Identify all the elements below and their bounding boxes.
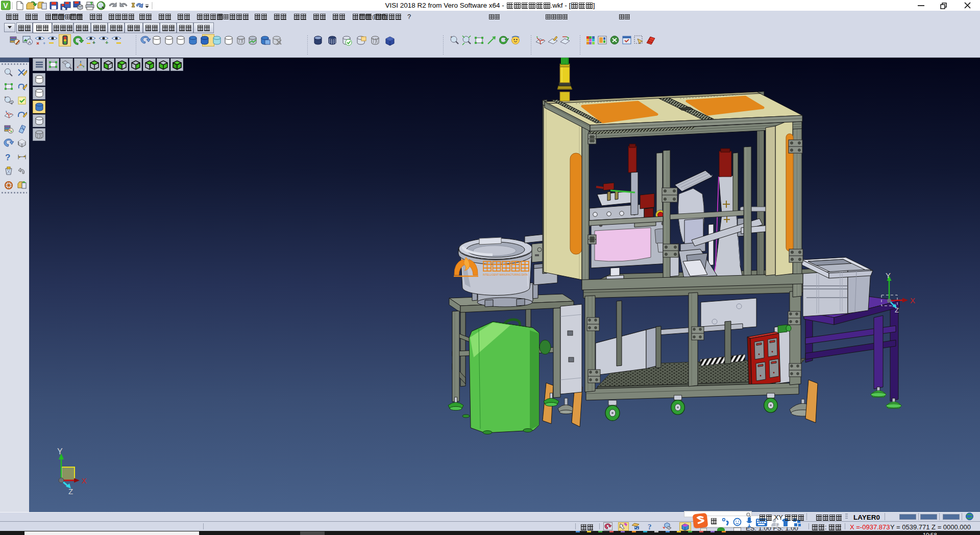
svg-text:INTELLIGENT MANUFACTURING DATA: INTELLIGENT MANUFACTURING DATA — [483, 273, 528, 276]
svg-text:?: ? — [5, 153, 10, 162]
svg-text:V: V — [3, 2, 8, 10]
svg-text:X: X — [910, 296, 915, 305]
svg-text:+: + — [92, 40, 95, 45]
svg-text:+: + — [43, 41, 45, 46]
svg-text:7: 7 — [776, 523, 779, 527]
svg-text:Z: Z — [68, 487, 73, 496]
svg-text:Y: Y — [57, 447, 63, 456]
svg-text:Y: Y — [886, 271, 891, 280]
svg-text:+: + — [105, 39, 108, 45]
svg-text:X: X — [82, 476, 87, 485]
svg-text:A: A — [28, 40, 31, 45]
svg-text:+: + — [4, 95, 7, 100]
svg-text:+: + — [450, 35, 453, 39]
svg-text:Z: Z — [895, 306, 899, 314]
